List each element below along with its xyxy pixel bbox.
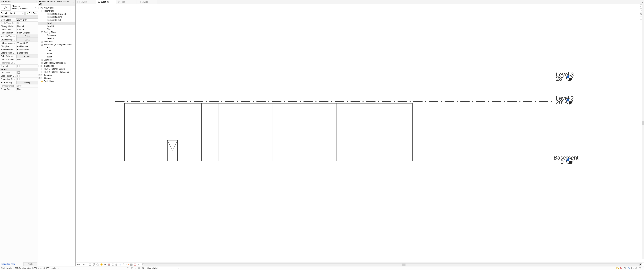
instance-dropdown-icon[interactable]: ⌄ xyxy=(21,12,24,15)
model-graphics-icon[interactable] xyxy=(89,263,92,266)
tree-item-families[interactable]: +Families xyxy=(38,74,76,77)
tree-item-level1[interactable]: Level 1 xyxy=(38,22,76,25)
tree-item-3d-views[interactable]: +3D Views xyxy=(38,40,76,43)
sun-path-icon[interactable] xyxy=(100,263,103,266)
close-icon[interactable]: ✕ xyxy=(35,0,37,3)
editable-only-icon[interactable] xyxy=(137,267,140,270)
visibility-graphics-button[interactable]: Edit... xyxy=(16,35,38,38)
tree-item-ceiling-plans[interactable]: −Ceiling Plans xyxy=(38,31,76,34)
crop-view-icon[interactable] xyxy=(107,263,110,266)
filter-icon[interactable] xyxy=(638,267,642,270)
tree-item[interactable]: Level 3 xyxy=(38,25,76,28)
collapse-icon[interactable]: − xyxy=(41,32,43,33)
view-scale-display[interactable]: 1/8" = 1'-0" xyxy=(77,263,87,266)
scroll-right-icon[interactable]: ▸ xyxy=(640,263,642,266)
tabs-overflow-icon[interactable]: ▾ xyxy=(642,1,643,3)
collapse-icon[interactable]: − xyxy=(38,7,40,9)
tree-item-revit-links[interactable]: Revit Links xyxy=(38,80,76,83)
tree-item[interactable]: +KE-01 - Kitchen Callout xyxy=(38,68,76,70)
collapse-icon[interactable]: − xyxy=(38,65,40,67)
properties-list[interactable]: Graphics View Scale1/8" = 1'-0" Scale Va… xyxy=(0,15,38,262)
design-options-combo[interactable]: Main Model ▾ xyxy=(146,267,180,270)
reveal-constraints-icon[interactable] xyxy=(134,263,136,266)
tree-item[interactable]: East xyxy=(38,46,76,49)
tree-item[interactable]: Basement xyxy=(38,34,76,37)
properties-title-bar[interactable]: Properties ✕ xyxy=(0,0,38,4)
tree-item[interactable]: Kitchen Blocking xyxy=(38,16,76,18)
detail-level-value[interactable]: Coarse xyxy=(16,28,38,31)
far-clipping-button[interactable]: No clip xyxy=(16,81,38,84)
color-scheme-loc-value[interactable]: Background xyxy=(16,52,38,54)
tree-item-schedules[interactable]: Schedules/Quantities (all) xyxy=(38,61,76,64)
worksets-icon[interactable] xyxy=(126,267,130,270)
drag-elements-toggle-icon[interactable] xyxy=(631,267,634,270)
expand-icon[interactable]: + xyxy=(38,74,40,76)
expand-icon[interactable]: + xyxy=(41,68,43,70)
expand-icon[interactable]: + xyxy=(41,40,43,42)
chevron-down-icon[interactable]: ▾ xyxy=(35,6,37,9)
scope-box-value[interactable]: None xyxy=(16,88,38,90)
visual-style-icon[interactable] xyxy=(96,263,99,266)
select-face-toggle-icon[interactable] xyxy=(627,267,630,270)
vertical-scrollbar[interactable] xyxy=(642,4,644,259)
unlock-icon[interactable] xyxy=(115,263,118,266)
show-hidden-value[interactable]: By Discipline xyxy=(16,48,38,51)
discipline-value[interactable]: Architectural xyxy=(16,45,38,48)
tree-item[interactable]: Kitchen Block Callout xyxy=(38,12,76,16)
crop-view-checkbox[interactable] xyxy=(16,71,38,74)
tab-level3[interactable]: Level 3 xyxy=(137,0,157,4)
background-jobs-icon[interactable] xyxy=(635,267,638,270)
tree-item-elevations[interactable]: −Elevations (Building Elevation) xyxy=(38,43,76,46)
project-browser-tree[interactable]: −Views (all) −Floor Plans Kitchen Block … xyxy=(38,6,76,266)
tab-west[interactable]: West ✕ xyxy=(96,0,116,4)
reveal-hidden-icon[interactable] xyxy=(122,263,125,266)
chevron-left-icon[interactable]: < xyxy=(137,263,140,266)
expand-icon[interactable]: + xyxy=(38,77,40,79)
tree-item[interactable]: Level 3 xyxy=(38,37,76,40)
hide-at-scales-value[interactable]: 1" = 400'-0" xyxy=(16,42,38,44)
browser-title-bar[interactable]: Project Browser - The Cornelia (1) ✕ xyxy=(38,0,76,6)
worksharing-icon[interactable] xyxy=(126,263,129,266)
apply-button[interactable]: Apply xyxy=(24,262,37,266)
tree-item-sheets[interactable]: −Sheets (all) xyxy=(38,64,76,68)
drawing-canvas[interactable]: Level 3 28' - 6" Level 2 20' - 0" Baseme… xyxy=(76,4,644,262)
view-scale-value[interactable]: 1/8" = 1'-0" xyxy=(16,18,38,22)
select-links-toggle-icon[interactable] xyxy=(616,267,619,270)
crop-region-checkbox[interactable] xyxy=(16,74,38,78)
tree-item-legends[interactable]: Legends xyxy=(38,58,76,61)
scroll-left-icon[interactable]: ◂ xyxy=(142,263,144,266)
close-icon[interactable]: ✕ xyxy=(72,2,74,4)
expand-icon[interactable]: + xyxy=(41,71,43,73)
tree-item-floor-plans[interactable]: −Floor Plans xyxy=(38,9,76,12)
detail-level-icon[interactable] xyxy=(92,263,96,266)
tree-item[interactable]: Kitchen Callout xyxy=(38,18,76,22)
instance-name[interactable]: Elevation: West xyxy=(0,12,21,15)
tree-item-groups[interactable]: +Groups xyxy=(38,77,76,80)
type-selector[interactable]: Elevation Building Elevation ▾ xyxy=(0,4,38,12)
shadows-icon[interactable] xyxy=(104,263,107,266)
tree-item[interactable]: Site xyxy=(38,28,76,31)
select-underlay-toggle-icon[interactable] xyxy=(620,267,623,270)
sun-path-checkbox[interactable] xyxy=(16,64,38,68)
select-links-icon[interactable] xyxy=(131,267,134,270)
horizontal-scrollbar[interactable]: ◂ ▸ xyxy=(142,263,642,266)
collapse-icon[interactable]: − xyxy=(41,44,43,46)
design-options-icon[interactable] xyxy=(142,267,145,270)
select-pinned-toggle-icon[interactable] xyxy=(624,267,627,270)
tree-item[interactable]: North xyxy=(38,49,76,52)
tree-item-west[interactable]: West xyxy=(38,55,76,58)
tree-item-views[interactable]: −Views (all) xyxy=(38,6,76,9)
tab-3d[interactable]: {3D} xyxy=(116,0,137,4)
default-analysis-value[interactable]: None xyxy=(16,58,38,61)
tree-item[interactable]: South xyxy=(38,52,76,55)
properties-help-link[interactable]: Properties help xyxy=(1,263,15,265)
graphic-display-button[interactable]: Edit... xyxy=(16,38,38,41)
crop-region-icon[interactable] xyxy=(111,263,114,266)
collapse-icon[interactable]: − xyxy=(41,10,43,12)
temp-hide-icon[interactable] xyxy=(118,263,122,266)
color-scheme-button[interactable]: <none> xyxy=(16,55,38,58)
close-icon[interactable]: ✕ xyxy=(107,0,109,3)
parts-visibility-value[interactable]: Show Original xyxy=(16,32,38,34)
annotation-crop-checkbox[interactable] xyxy=(16,78,38,81)
edit-type-button[interactable]: ⊞ Edit Type xyxy=(26,12,38,15)
